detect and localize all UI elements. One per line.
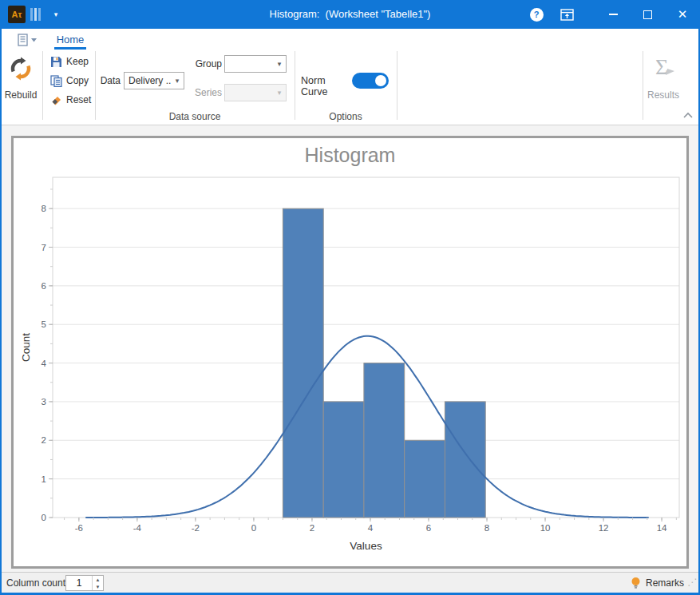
- y-tick-label: 0: [42, 513, 46, 522]
- column-count-spinner[interactable]: ▲ ▼: [65, 575, 104, 591]
- group-field-label: Group: [192, 58, 222, 69]
- ribbon-separator: [95, 51, 96, 120]
- x-tick-label: 0: [251, 523, 256, 533]
- y-axis-title: Count: [20, 333, 32, 362]
- copy-icon: [50, 75, 62, 87]
- title-bar: Aτ ▾ Histogram: (Worksheet "Tabelle1") ?…: [0, 0, 700, 29]
- rebuild-refresh-icon: [8, 56, 34, 81]
- ribbon: Home Rebuild: [0, 29, 700, 125]
- window-border: [0, 29, 2, 595]
- chevron-down-icon: [31, 38, 37, 42]
- remarks-label: Remarks: [646, 577, 684, 589]
- y-tick-label: 5: [42, 319, 46, 329]
- keep-button[interactable]: Keep: [48, 53, 91, 70]
- spinner-down-icon[interactable]: ▼: [93, 583, 103, 590]
- x-tick-label: 12: [599, 523, 609, 533]
- x-tick-label: -4: [133, 523, 142, 533]
- x-tick-label: -2: [192, 523, 200, 533]
- y-tick-label: 6: [42, 281, 46, 291]
- y-tick-label: 2: [42, 435, 46, 445]
- chart-panel: Histogram -6-4-202468101214012345678Valu…: [11, 136, 689, 569]
- x-tick-label: 6: [426, 523, 431, 533]
- histogram-plot: -6-4-202468101214012345678ValuesCount: [14, 138, 686, 566]
- x-tick-label: 2: [310, 523, 314, 533]
- data-combobox[interactable]: Delivery ... ▾: [124, 72, 184, 89]
- content-area: Histogram -6-4-202468101214012345678Valu…: [0, 125, 700, 572]
- x-tick-label: 10: [540, 523, 551, 533]
- help-icon: ?: [530, 8, 544, 22]
- toggle-knob: [375, 75, 386, 86]
- maximize-button[interactable]: [631, 0, 663, 29]
- y-tick-label: 1: [42, 474, 46, 484]
- ribbon-display-options-icon: [560, 9, 574, 21]
- combo-caret-icon: ▾: [273, 89, 286, 97]
- remarks-button[interactable]: Remarks: [631, 573, 684, 593]
- lightbulb-icon: [631, 577, 641, 589]
- help-button[interactable]: ?: [520, 0, 552, 29]
- data-field-label: Data: [97, 75, 121, 86]
- svg-text:Σ: Σ: [655, 54, 668, 79]
- norm-curve-label: Norm Curve: [301, 75, 352, 97]
- group-caption-options: Options: [295, 111, 397, 125]
- column-count-input[interactable]: [66, 576, 92, 590]
- sigma-results-icon: Σ: [650, 54, 677, 82]
- histogram-bar[interactable]: [323, 402, 364, 518]
- y-tick-label: 4: [42, 359, 47, 368]
- application-menu-icon: [17, 34, 30, 46]
- x-tick-label: 8: [484, 523, 489, 533]
- group-caption-data-source: Data source: [95, 111, 295, 125]
- minimize-icon: [609, 14, 618, 15]
- histogram-bar[interactable]: [405, 440, 445, 518]
- group-combobox[interactable]: ▾: [224, 55, 287, 73]
- results-button[interactable]: Σ Results: [643, 51, 683, 109]
- ribbon-separator: [42, 51, 43, 120]
- histogram-bar[interactable]: [283, 208, 323, 518]
- ribbon-content: Rebuild Keep: [0, 50, 700, 125]
- close-button[interactable]: ✕: [666, 0, 698, 29]
- app-window: Aτ ▾ Histogram: (Worksheet "Tabelle1") ?…: [0, 0, 700, 595]
- status-bar: Column count ▲ ▼ Remarks ⋰: [0, 572, 700, 593]
- save-floppy-icon: [50, 56, 62, 68]
- x-tick-label: 14: [657, 523, 667, 533]
- combo-caret-icon: ▾: [273, 60, 286, 68]
- ribbon-separator: [295, 51, 295, 120]
- resize-grip[interactable]: ⋰: [687, 577, 697, 588]
- minimize-button[interactable]: [597, 0, 629, 29]
- series-combobox: ▾: [224, 84, 287, 101]
- close-icon: ✕: [678, 7, 688, 22]
- x-tick-label: 4: [368, 523, 374, 533]
- histogram-bar[interactable]: [445, 402, 485, 518]
- x-axis-title: Values: [350, 540, 382, 552]
- copy-button[interactable]: Copy: [48, 72, 91, 89]
- spinner-up-icon[interactable]: ▲: [93, 576, 103, 583]
- histogram-bar[interactable]: [364, 363, 405, 518]
- application-menu-button[interactable]: [13, 31, 40, 49]
- maximize-icon: [643, 10, 652, 19]
- x-tick-label: -6: [75, 523, 83, 533]
- column-count-label: Column count: [6, 573, 65, 593]
- rebuild-button[interactable]: Rebuild: [1, 51, 41, 109]
- y-tick-label: 7: [42, 243, 46, 252]
- window-title: Histogram: (Worksheet "Tabelle1"): [0, 0, 700, 29]
- y-tick-label: 3: [42, 397, 46, 407]
- norm-curve-toggle[interactable]: [352, 73, 389, 89]
- collapse-ribbon-chevron-icon[interactable]: [682, 111, 694, 121]
- series-field-label: Series: [192, 87, 222, 98]
- combo-caret-icon: ▾: [171, 77, 184, 85]
- ribbon-display-options-button[interactable]: [551, 0, 583, 29]
- reset-button[interactable]: Reset: [48, 91, 93, 109]
- ribbon-separator: [397, 51, 397, 120]
- eraser-icon: [50, 94, 62, 106]
- y-tick-label: 8: [42, 204, 46, 213]
